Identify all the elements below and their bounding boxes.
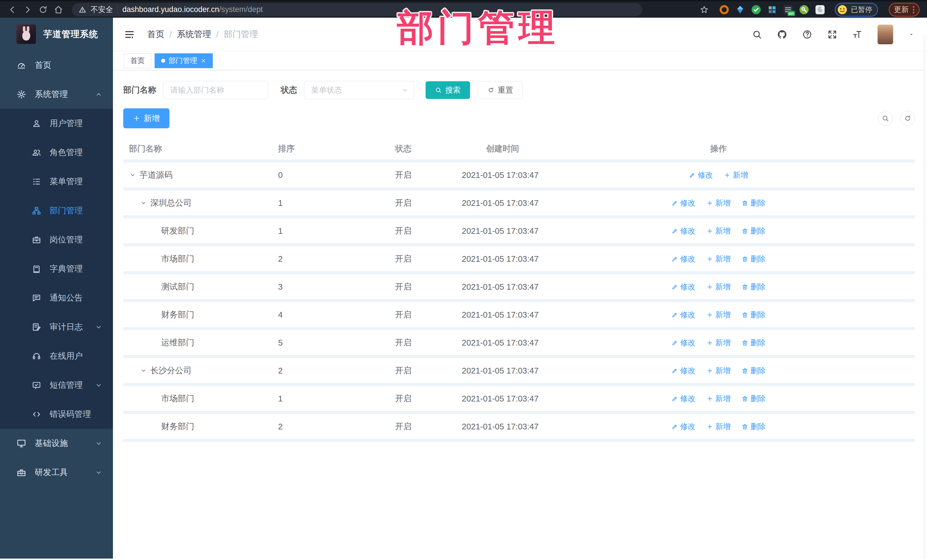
tab-label: 首页 xyxy=(130,56,144,65)
delete-link[interactable]: 删除 xyxy=(742,366,766,376)
reset-button[interactable]: 重置 xyxy=(478,81,523,99)
browser-forward-icon[interactable] xyxy=(23,5,32,15)
created-time-cell: 2021-01-05 17:03:47 xyxy=(456,366,590,375)
sidebar-item-system[interactable]: 系统管理 xyxy=(0,80,113,109)
delete-link[interactable]: 删除 xyxy=(742,198,766,208)
fullscreen-icon[interactable] xyxy=(827,29,837,39)
orange-ring-extension-icon[interactable] xyxy=(720,5,729,14)
sidebar-item-post[interactable]: 岗位管理 xyxy=(0,225,113,254)
dept-name-input[interactable] xyxy=(163,81,268,99)
scrollbar[interactable] xyxy=(924,35,927,558)
tab-首页[interactable]: 首页 xyxy=(124,53,151,68)
sidebar-item-menu[interactable]: 菜单管理 xyxy=(0,167,113,196)
sidebar-item-dev-tool[interactable]: 研发工具 xyxy=(0,458,113,487)
green-check-extension-icon[interactable] xyxy=(752,5,761,14)
status-select[interactable]: 菜单状态 xyxy=(304,81,414,99)
address-bar[interactable]: 不安全 dashboard.yudao.iocoder.cn/system/de… xyxy=(72,3,642,16)
app-logo[interactable]: 芋道管理系统 xyxy=(0,18,113,51)
add-button[interactable]: 新增 xyxy=(123,108,169,128)
edit-link[interactable]: 修改 xyxy=(672,422,696,432)
add-link[interactable]: 新增 xyxy=(707,393,731,404)
sidebar-item-label: 研发工具 xyxy=(35,467,86,478)
sidebar-item-online-user[interactable]: 在线用户 xyxy=(0,341,113,371)
delete-link[interactable]: 删除 xyxy=(742,226,766,236)
sidebar: 芋道管理系统 首页 系统管理 用户管理 角色管理 菜单管理 部门管理 岗位管理 … xyxy=(0,18,113,558)
table-row: 市场部门 2 开启 2021-01-05 17:03:47 修改 新增 删除 xyxy=(123,246,915,272)
add-link[interactable]: 新增 xyxy=(707,282,731,292)
sidebar-item-sms[interactable]: 短信管理 xyxy=(0,371,113,400)
close-icon[interactable] xyxy=(201,58,206,64)
add-link[interactable]: 新增 xyxy=(707,254,731,264)
breadcrumb-item-0[interactable]: 首页 xyxy=(147,29,164,40)
tree-expand-caret-icon[interactable] xyxy=(129,171,140,179)
edit-link[interactable]: 修改 xyxy=(672,366,696,376)
sidebar-item-role[interactable]: 角色管理 xyxy=(0,138,113,167)
sms-icon xyxy=(32,381,41,390)
edit-link[interactable]: 修改 xyxy=(672,226,696,236)
blue-gem-extension-icon[interactable] xyxy=(736,5,745,14)
delete-link[interactable]: 删除 xyxy=(742,254,766,264)
add-link[interactable]: 新增 xyxy=(724,170,748,180)
sort-cell: 1 xyxy=(272,199,389,208)
browser-back-icon[interactable] xyxy=(8,5,17,15)
edit-link[interactable]: 修改 xyxy=(672,310,696,320)
font-size-icon[interactable] xyxy=(852,29,863,39)
sidebar-item-audit-log[interactable]: 审计日志 xyxy=(0,313,113,341)
add-link[interactable]: 新增 xyxy=(707,310,731,320)
edit-icon xyxy=(672,367,678,374)
search-icon[interactable] xyxy=(752,29,762,39)
delete-link[interactable]: 删除 xyxy=(742,338,766,348)
edit-link[interactable]: 修改 xyxy=(672,198,696,208)
delete-link[interactable]: 删除 xyxy=(742,282,766,292)
sidebar-item-error-code[interactable]: 错误码管理 xyxy=(0,400,113,429)
sidebar-item-dept[interactable]: 部门管理 xyxy=(0,196,113,225)
delete-link[interactable]: 删除 xyxy=(742,393,766,404)
tab-部门管理[interactable]: 部门管理 xyxy=(155,53,213,68)
sidebar-item-notice[interactable]: 通知公告 xyxy=(0,284,113,313)
sidebar-item-infra[interactable]: 基础设施 xyxy=(0,429,113,458)
bookmark-star-icon[interactable] xyxy=(700,5,709,14)
add-link[interactable]: 新增 xyxy=(707,226,731,236)
edit-link[interactable]: 修改 xyxy=(672,393,696,404)
breadcrumb-item-1[interactable]: 系统管理 xyxy=(177,29,211,40)
delete-link[interactable]: 删除 xyxy=(742,310,766,320)
add-link[interactable]: 新增 xyxy=(707,198,731,208)
browser-menu-dots-icon[interactable] xyxy=(913,6,915,14)
sidebar-item-user[interactable]: 用户管理 xyxy=(0,109,113,138)
grid-extension-icon[interactable] xyxy=(767,5,777,14)
sort-cell: 1 xyxy=(272,226,389,236)
browser-profile-chip[interactable]: 已暂停 xyxy=(835,3,878,17)
delete-link[interactable]: 删除 xyxy=(742,422,766,432)
status-cell: 开启 xyxy=(389,421,456,432)
tags-view-bar: 首页部门管理 xyxy=(113,51,927,70)
list-on-extension-icon[interactable]: on xyxy=(784,5,793,14)
green-key-extension-icon[interactable] xyxy=(799,5,808,14)
browser-home-icon[interactable] xyxy=(54,5,63,15)
hamburger-icon[interactable] xyxy=(124,29,135,40)
edit-link[interactable]: 修改 xyxy=(672,254,696,264)
edit-link[interactable]: 修改 xyxy=(689,170,713,180)
tree-expand-caret-icon[interactable] xyxy=(140,199,150,207)
add-link[interactable]: 新增 xyxy=(707,338,731,348)
help-icon[interactable] xyxy=(802,29,812,39)
add-link[interactable]: 新增 xyxy=(707,422,731,432)
sidebar-item-home[interactable]: 首页 xyxy=(0,51,113,80)
tree-expand-caret-icon[interactable] xyxy=(140,367,150,374)
add-link[interactable]: 新增 xyxy=(707,366,731,376)
user-avatar[interactable] xyxy=(877,24,894,44)
github-icon[interactable] xyxy=(777,29,787,39)
caret-down-icon[interactable] xyxy=(908,31,915,38)
plus-icon xyxy=(707,200,713,206)
browser-update-button[interactable]: 更新 xyxy=(889,3,919,17)
created-time-cell: 2021-01-05 17:03:47 xyxy=(456,310,590,320)
refresh-table-button[interactable] xyxy=(900,111,915,126)
edit-link[interactable]: 修改 xyxy=(672,338,696,348)
edit-link[interactable]: 修改 xyxy=(672,282,696,292)
trash-icon xyxy=(742,340,748,346)
search-button[interactable]: 搜索 xyxy=(426,81,470,99)
sidebar-item-dict[interactable]: 字典管理 xyxy=(0,254,113,284)
row-divider xyxy=(123,216,915,219)
puzzle-extension-icon[interactable] xyxy=(816,5,825,14)
toggle-search-button[interactable] xyxy=(878,111,893,126)
browser-reload-icon[interactable] xyxy=(38,5,48,15)
